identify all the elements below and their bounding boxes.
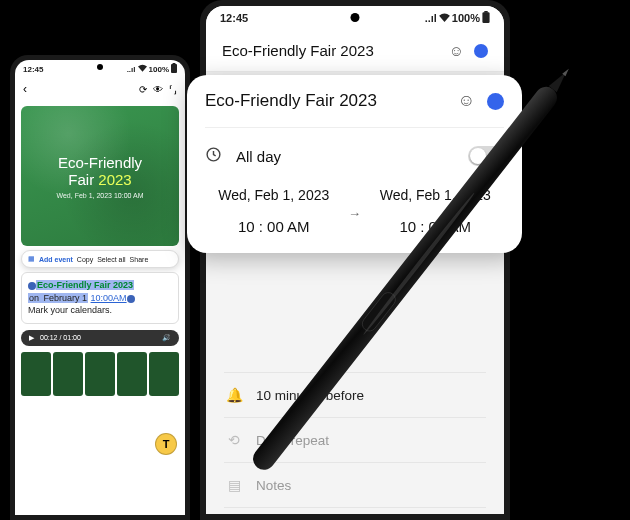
camera-hole [351,13,360,22]
copy-action[interactable]: Copy [77,256,93,263]
video-row[interactable]: ▶ Video conference [224,507,486,514]
volume-icon[interactable]: 🔊 [162,334,171,342]
statusbar: 12:45 ..ıl 100% [15,60,185,78]
svg-rect-3 [484,11,488,13]
repeat-label: Don't repeat [256,433,329,448]
play-icon[interactable]: ▶ [29,334,34,342]
status-time: 12:45 [23,65,43,74]
text-line-3: Mark your calendars. [28,305,112,315]
selection-handle-start[interactable] [28,282,36,290]
start-time: 10 : 00 AM [205,218,343,235]
end-date: Wed, Feb 1, 2023 [367,186,505,204]
event-edit-popup: Eco-Friendly Fair 2023 ☺ All day Wed, Fe… [187,75,522,253]
bell-icon: 🔔 [226,387,242,403]
all-day-toggle[interactable] [468,146,504,166]
repeat-icon: ⟲ [226,432,242,448]
event-poster: Eco-Friendly Fair 2023 Wed, Feb 1, 2023 … [21,106,179,246]
notes-label: Notes [256,478,291,493]
select-all-action[interactable]: Select all [97,256,125,263]
text-selection-actions: ▦ Add event Copy Select all Share [21,250,179,268]
battery-icon [482,11,490,25]
event-header: Eco-Friendly Fair 2023 ☺ [206,30,504,72]
text-extract-button[interactable]: T [155,433,177,455]
share-action[interactable]: Share [130,256,149,263]
highlight-on[interactable]: on [28,293,43,303]
wifi-icon [138,64,147,74]
popup-header: Eco-Friendly Fair 2023 ☺ [205,91,504,128]
add-event-action[interactable]: Add event [39,256,73,263]
wifi-icon [439,12,450,24]
notes-icon: ▤ [226,477,242,493]
event-title[interactable]: Eco-Friendly Fair 2023 [222,42,439,59]
player-time: 00:12 / 01:00 [40,334,81,341]
svg-rect-0 [171,64,177,73]
start-column[interactable]: Wed, Feb 1, 2023 10 : 00 AM [205,186,343,235]
camera-hole [97,64,103,70]
svg-rect-1 [173,63,176,65]
back-phone: 12:45 ..ıl 100% ‹ ⟳ 👁 ⸢⸥ Eco-Frien [10,55,190,520]
status-right: ..ıl 100% [425,11,490,25]
signal-icon: ..ıl [425,12,437,24]
thumbnail-strip [21,352,179,396]
poster-title-1: Eco-Friendly [58,154,142,171]
poster-title-2: Fair 2023 [68,171,131,188]
image-toolbar: ‹ ⟳ 👁 ⸢⸥ [15,78,185,100]
emoji-icon[interactable]: ☺ [449,42,464,59]
highlight-title[interactable]: Eco-Friendly Fair 2023 [36,280,134,290]
reminder-row[interactable]: 🔔 10 minutes before [224,372,486,417]
repeat-row[interactable]: ⟲ Don't repeat [224,417,486,462]
time-link[interactable]: 10:00AM [91,293,127,303]
popup-title[interactable]: Eco-Friendly Fair 2023 [205,91,446,111]
notes-row[interactable]: ▤ Notes [224,462,486,507]
status-time: 12:45 [220,12,248,24]
color-dot[interactable] [487,93,504,110]
date-range: Wed, Feb 1, 2023 10 : 00 AM → Wed, Feb 1… [205,178,504,235]
svg-rect-2 [482,12,489,23]
end-time: 10 : 00 AM [367,218,505,235]
all-day-row: All day [205,128,504,178]
reminder-label: 10 minutes before [256,388,364,403]
highlight-date[interactable]: February 1 [43,293,89,303]
svg-marker-8 [562,67,570,76]
calendar-icon: ▦ [28,255,35,263]
statusbar-front: 12:45 ..ıl 100% [206,6,504,30]
arrow-right-icon: → [343,200,367,221]
brackets-icon[interactable]: ⸢⸥ [169,84,177,95]
selection-handle-end[interactable] [127,295,135,303]
svg-marker-7 [549,69,570,92]
crop-icon[interactable]: ⟳ [139,84,147,95]
audio-player[interactable]: ▶ 00:12 / 01:00 🔊 [21,330,179,346]
all-day-label: All day [236,148,454,165]
eye-icon[interactable]: 👁 [153,84,163,95]
status-right: ..ıl 100% [127,63,177,75]
battery-icon [171,63,177,75]
end-column[interactable]: Wed, Feb 1, 2023 10 : 00 AM [367,186,505,235]
extracted-text-panel: Eco-Friendly Fair 2023 on February 1 10:… [21,272,179,324]
battery-pct: 100% [452,12,480,24]
clock-icon [205,146,222,166]
battery-pct: 100% [149,65,169,74]
color-dot[interactable] [474,44,488,58]
back-icon[interactable]: ‹ [23,82,27,96]
poster-date: Wed, Feb 1, 2023 10:00 AM [56,192,143,199]
signal-icon: ..ıl [127,65,136,74]
emoji-icon[interactable]: ☺ [458,91,475,111]
back-phone-screen: 12:45 ..ıl 100% ‹ ⟳ 👁 ⸢⸥ Eco-Frien [15,60,185,515]
start-date: Wed, Feb 1, 2023 [205,186,343,204]
